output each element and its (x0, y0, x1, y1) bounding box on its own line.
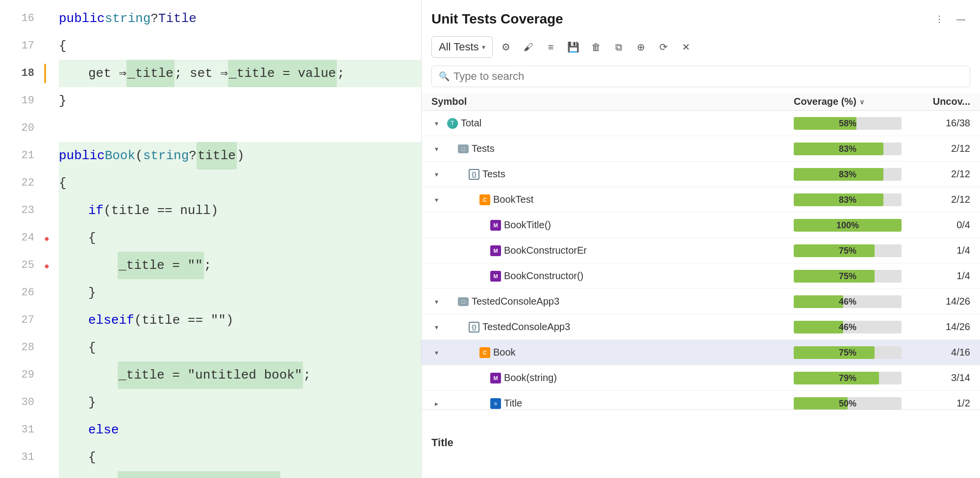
code-panel: 16 17 18 19 20 21 22 23 24 25 26 27 28 2… (0, 0, 422, 478)
coverage-bar-container: 83% (794, 168, 902, 181)
table-row[interactable]: □ Tests 83% 2/12 (422, 136, 980, 162)
gutter (44, 5, 54, 478)
code-line-27: else if (title == "") (59, 307, 421, 334)
header-controls: ⋮ — (930, 10, 970, 28)
row-coverage-tca3-ns: 46% (794, 321, 921, 334)
row-symbol-booktest: C BookTest (431, 194, 794, 205)
settings-button[interactable]: ⚙ (497, 38, 515, 56)
dropdown-arrow-icon: ▾ (482, 43, 485, 51)
filter-button[interactable]: 🖌 (519, 38, 538, 56)
row-coverage-tests-ns: 83% (794, 168, 921, 181)
all-tests-dropdown[interactable]: All Tests ▾ (431, 36, 493, 58)
code-line-28: { (59, 334, 421, 361)
coverage-bar-container: 83% (794, 193, 902, 206)
row-coverage-tests: 83% (794, 143, 921, 155)
delete-button[interactable]: 🗑 (587, 38, 605, 56)
chevron-icon[interactable] (431, 196, 441, 204)
table-row[interactable]: {} Tests 83% 2/12 (422, 162, 980, 187)
coverage-bar-container: 83% (794, 143, 902, 155)
refresh-button[interactable]: ⟳ (654, 38, 673, 56)
code-line-22: { (59, 169, 421, 197)
bottom-title: Title (431, 436, 970, 449)
chevron-icon[interactable] (431, 120, 441, 127)
search-icon: 🔍 (439, 71, 450, 82)
code-line-21: public Book ( string ? title ) (59, 142, 421, 169)
row-symbol-bookconstructorer: M BookConstructorEr (431, 245, 794, 256)
coverage-bar-container: 58% (794, 117, 902, 130)
coverage-bar-container: 75% (794, 346, 902, 359)
row-symbol-book: C Book (431, 347, 794, 358)
code-line-31: else (59, 416, 421, 444)
table-row[interactable]: T Total 58% 16/38 (422, 111, 980, 136)
code-line-24: { (59, 224, 421, 252)
namespace-icon: {} (469, 322, 479, 333)
row-uncov-booktest: 2/12 (921, 194, 970, 205)
row-uncov-title: 1/2 (921, 398, 970, 409)
chevron-icon[interactable] (431, 323, 441, 331)
chevron-icon[interactable] (431, 400, 441, 407)
row-coverage-tca3: 46% (794, 295, 921, 308)
table-row[interactable]: C Book 75% 4/16 (422, 340, 980, 365)
code-line-25: _title = "" ; (59, 252, 421, 279)
code-line-23: if (title == null) (59, 197, 421, 224)
property-icon: ≡ (490, 398, 501, 409)
row-coverage-total: 58% (794, 117, 921, 130)
folder-icon: □ (458, 144, 469, 153)
close-button[interactable]: ✕ (677, 38, 696, 56)
copy-button[interactable]: ⧉ (609, 38, 628, 56)
row-uncov-tests-ns: 2/12 (921, 168, 970, 180)
search-bar: 🔍 (431, 66, 970, 87)
row-symbol-tca3-folder: □ TestedConsoleApp3 (431, 296, 794, 307)
code-line-17: { (59, 32, 421, 60)
chevron-icon[interactable] (431, 298, 441, 306)
expand-button[interactable]: ≡ (542, 38, 560, 56)
method-icon: M (490, 373, 501, 383)
chevron-icon[interactable] (431, 349, 441, 357)
more-options-button[interactable]: ⋮ (930, 10, 949, 28)
code-line-29: _title = "untitled book" ; (59, 361, 421, 389)
code-area: 16 17 18 19 20 21 22 23 24 25 26 27 28 2… (0, 0, 421, 478)
chevron-icon[interactable] (431, 145, 441, 153)
row-uncov-bookconstructor: 1/4 (921, 270, 970, 282)
folder-icon: □ (458, 297, 469, 306)
chevron-icon[interactable] (431, 170, 441, 178)
method-icon: M (490, 271, 501, 282)
code-line-31b: { (59, 444, 421, 471)
row-coverage-bookconstructor: 75% (794, 270, 921, 283)
add-button[interactable]: ⊕ (632, 38, 651, 56)
code-line-20 (59, 115, 421, 142)
coverage-bar-container: 50% (794, 397, 902, 410)
table-row[interactable]: {} TestedConsoleApp3 46% 14/26 (422, 314, 980, 340)
table-row[interactable]: M BookConstructorEr 75% 1/4 (422, 238, 980, 263)
row-symbol-tests-folder: □ Tests (431, 143, 794, 154)
class-icon: C (479, 194, 490, 205)
table-row[interactable]: □ TestedConsoleApp3 46% 14/26 (422, 289, 980, 314)
bottom-bar: Title (422, 409, 980, 478)
code-line-26: } (59, 279, 421, 307)
right-panel: Unit Tests Coverage ⋮ — All Tests ▾ ⚙ 🖌 … (422, 0, 980, 478)
minimize-button[interactable]: — (952, 10, 970, 28)
code-line-30: } (59, 389, 421, 416)
code-line-33: _title = title.Trim() ; (59, 471, 421, 478)
code-line-19: } (59, 87, 421, 115)
table-row[interactable]: C BookTest 83% 2/12 (422, 187, 980, 213)
row-symbol-total: T Total (431, 118, 794, 129)
row-coverage-bookstring: 79% (794, 372, 921, 384)
all-tests-label: All Tests (439, 41, 479, 53)
table-row[interactable]: ≡ Title 50% 1/2 (422, 391, 980, 409)
row-symbol-title: ≡ Title (431, 398, 794, 409)
col-coverage-header[interactable]: Coverage (%) ∨ (794, 96, 921, 107)
search-input[interactable] (453, 70, 963, 83)
line-numbers: 16 17 18 19 20 21 22 23 24 25 26 27 28 2… (0, 5, 44, 478)
save-button[interactable]: 💾 (564, 38, 583, 56)
class-icon: C (479, 347, 490, 358)
code-line-16: public string ? Title (59, 5, 421, 32)
table-row[interactable]: M Book(string) 79% 3/14 (422, 365, 980, 391)
table-row[interactable]: M BookConstructor() 75% 1/4 (422, 263, 980, 289)
table-row[interactable]: M BookTitle() 100% 0/4 (422, 213, 980, 238)
code-lines: public string ? Title { get ⇒ _title ; s… (54, 5, 421, 478)
row-coverage-title: 50% (794, 397, 921, 410)
coverage-bar-container: 46% (794, 295, 902, 308)
row-uncov-booktitle: 0/4 (921, 219, 970, 231)
coverage-bar-container: 75% (794, 270, 902, 283)
